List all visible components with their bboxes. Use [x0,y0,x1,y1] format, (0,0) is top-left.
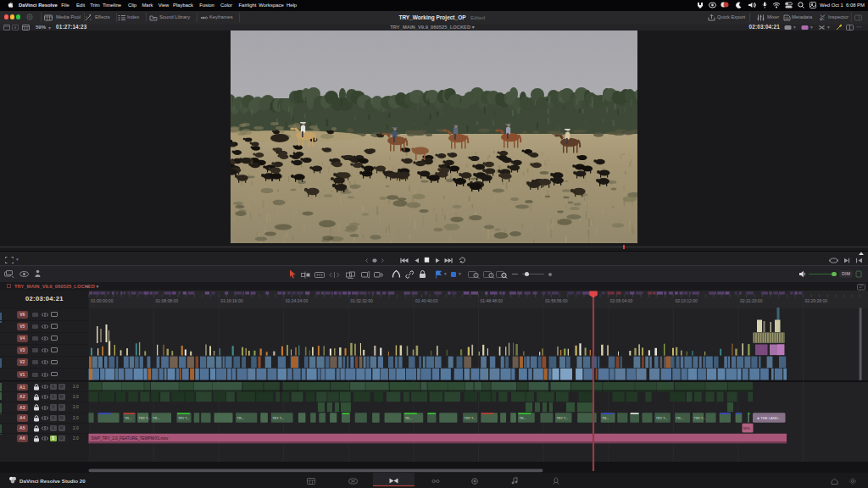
svg-text:TR...: TR... [519,417,526,420]
svg-text:TR...: TR... [676,417,683,420]
svg-text:TR...: TR... [405,417,412,420]
svg-text:01:40:40:00: 01:40:40:00 [415,298,438,303]
svg-text:◄ THE LAND...: ◄ THE LAND... [756,416,781,420]
svg-text:01:16:16:00: 01:16:16:00 [220,298,243,303]
svg-text:TRY T...: TRY T... [178,417,190,420]
svg-text:TRY T...: TRY T... [557,417,569,420]
svg-text:MIG..: MIG.. [743,427,751,430]
svg-text:TR...: TR... [237,417,244,420]
svg-text:01:56:56:00: 01:56:56:00 [545,298,568,303]
svg-text:TRY T...: TRY T... [694,417,706,420]
svg-text:01:08:08:00: 01:08:08:00 [156,298,179,303]
svg-text:TRY T...: TRY T... [272,417,284,420]
svg-text:02:21:20:00: 02:21:20:00 [740,298,763,303]
svg-text:02:29:28:00: 02:29:28:00 [805,298,828,303]
svg-text:02:13:12:00: 02:13:12:00 [675,298,698,303]
svg-text:01:48:48:00: 01:48:48:00 [481,298,504,303]
svg-text:01:32:32:00: 01:32:32:00 [350,298,373,303]
svg-text:TRY T...: TRY T... [465,417,476,420]
svg-text:TR...: TR... [153,417,159,420]
svg-text:02:05:04:00: 02:05:04:00 [610,298,633,303]
svg-text:TR...: TR... [602,417,609,420]
svg-text:01:24:24:00: 01:24:24:00 [286,298,309,303]
svg-text:TR...: TR... [125,417,131,420]
svg-text:TRY T...: TRY T... [139,417,151,420]
svg-text:SWP_TRY_2.0_FEATURE_TEMPMIX1.m: SWP_TRY_2.0_FEATURE_TEMPMIX1.mov [92,436,169,441]
svg-text:TRY T...: TRY T... [656,417,668,420]
svg-text:01:00:00:00: 01:00:00:00 [91,298,114,303]
